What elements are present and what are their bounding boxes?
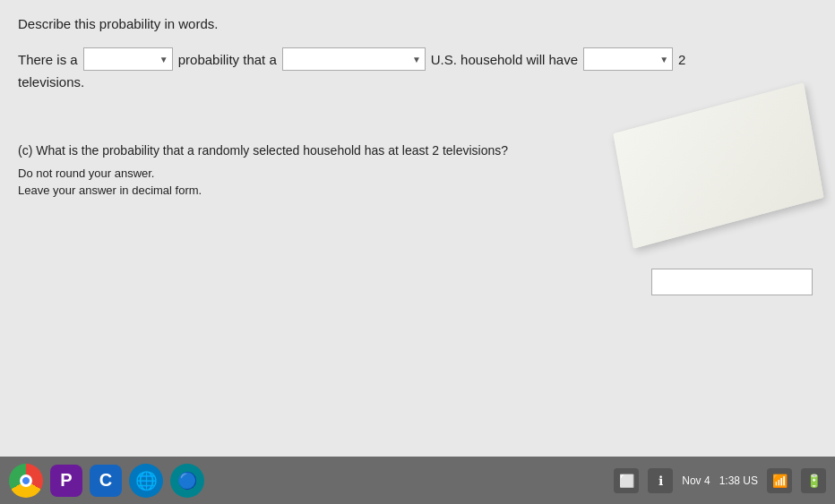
chromebook-icon[interactable]: C bbox=[90, 465, 122, 497]
sentence-part2: probability that a bbox=[178, 52, 277, 67]
teal-app-icon[interactable]: 🔵 bbox=[170, 464, 204, 498]
main-content: Describe this probability in words. Ther… bbox=[0, 0, 835, 457]
sentence-televisions: televisions. bbox=[18, 74, 817, 90]
page-title: Describe this probability in words. bbox=[18, 16, 817, 31]
sentence-row: There is a ▼ probability that a ▼ U.S. h… bbox=[18, 47, 817, 71]
paper-decoration bbox=[613, 82, 823, 248]
taskbar-right: ⬜ ℹ Nov 4 1:38 US 📶 🔋 bbox=[614, 468, 826, 493]
dropdown3-select[interactable] bbox=[583, 47, 673, 71]
battery-icon[interactable]: 🔋 bbox=[801, 468, 826, 493]
dropdown1-select[interactable] bbox=[83, 47, 173, 71]
dropdown2-select[interactable] bbox=[282, 47, 426, 71]
chrome-icon[interactable] bbox=[9, 464, 43, 498]
time-text: 1:38 US bbox=[719, 474, 758, 487]
sentence-number: 2 bbox=[678, 52, 685, 67]
part-c-answer-input[interactable] bbox=[651, 269, 813, 295]
dropdown3-wrapper[interactable]: ▼ bbox=[583, 47, 673, 71]
sentence-part3: U.S. household will have bbox=[431, 52, 578, 67]
info-icon[interactable]: ℹ bbox=[648, 468, 673, 493]
purple-app-icon[interactable]: P bbox=[50, 465, 82, 497]
date-text: Nov 4 bbox=[682, 474, 710, 487]
wifi-icon[interactable]: 📶 bbox=[767, 468, 792, 493]
dropdown1-wrapper[interactable]: ▼ bbox=[83, 47, 173, 71]
dropdown2-wrapper[interactable]: ▼ bbox=[282, 47, 426, 71]
taskbar-icons: P C 🌐 🔵 bbox=[9, 464, 204, 498]
taskbar: P C 🌐 🔵 ⬜ ℹ Nov 4 1:38 US 📶 🔋 bbox=[0, 457, 835, 504]
earth-icon[interactable]: 🌐 bbox=[129, 464, 163, 498]
screen-icon[interactable]: ⬜ bbox=[614, 468, 639, 493]
sentence-part1: There is a bbox=[18, 52, 78, 67]
